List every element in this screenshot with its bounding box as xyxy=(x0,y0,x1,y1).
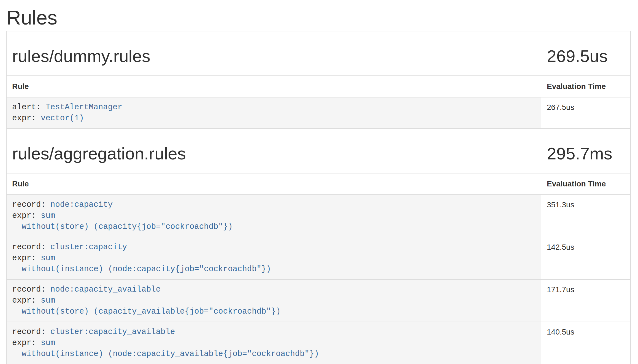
rule-name-line: record:node:capacity xyxy=(12,199,535,210)
expr-keyword: expr: xyxy=(12,114,36,123)
rule-cell: record:node:capacity_available expr:sum … xyxy=(6,279,541,322)
group-name: rules/dummy.rules xyxy=(12,47,535,66)
rule-row: record:node:capacity expr:sum without(st… xyxy=(6,195,631,237)
rule-name-line: alert:TestAlertManager xyxy=(12,102,535,113)
rule-name-link[interactable]: node:capacity xyxy=(50,200,113,209)
rule-name-line: record:cluster:capacity xyxy=(12,242,535,253)
expr-keyword: expr: xyxy=(12,211,36,220)
rule-eval-time: 267.5us xyxy=(541,97,631,129)
column-header-row: Rule Evaluation Time xyxy=(6,76,631,97)
group-eval-time-cell: 295.7ms xyxy=(541,129,631,173)
expr-keyword: expr: xyxy=(12,338,36,347)
rule-expr-link[interactable]: sum without(instance) (node:capacity_ava… xyxy=(12,338,319,358)
rule-column-header: Rule xyxy=(6,173,541,195)
rule-name-link[interactable]: cluster:capacity xyxy=(50,243,127,252)
group-eval-time-cell: 269.5us xyxy=(541,31,631,76)
group-eval-time: 295.7ms xyxy=(547,144,625,163)
rule-eval-time: 171.7us xyxy=(541,279,631,322)
rule-keyword: alert: xyxy=(12,103,41,112)
rule-name-link[interactable]: node:capacity_available xyxy=(50,285,161,294)
rule-row: record:cluster:capacity_available expr:s… xyxy=(6,322,631,364)
group-header-row: rules/dummy.rules 269.5us xyxy=(6,31,631,76)
rule-eval-time: 351.3us xyxy=(541,195,631,237)
rule-name-line: record:cluster:capacity_available xyxy=(12,327,535,338)
rule-eval-time: 142.5us xyxy=(541,237,631,279)
rule-expr-line: expr:sum without(store) (capacity{job="c… xyxy=(12,210,535,232)
group-name: rules/aggregation.rules xyxy=(12,144,535,163)
rule-expr-line: expr:sum without(instance) (node:capacit… xyxy=(12,253,535,275)
evaluation-time-column-header: Evaluation Time xyxy=(541,173,631,195)
rule-expr-link[interactable]: sum without(store) (capacity_available{j… xyxy=(12,296,281,316)
page-container: Rules rules/dummy.rules 269.5us Rule Eva… xyxy=(6,7,631,364)
rule-keyword: record: xyxy=(12,285,46,294)
group-eval-time: 269.5us xyxy=(547,47,625,66)
rule-keyword: record: xyxy=(12,200,46,209)
rule-expr-line: expr:vector(1) xyxy=(12,113,535,124)
rule-cell: record:node:capacity expr:sum without(st… xyxy=(6,195,541,237)
rule-eval-time: 140.5us xyxy=(541,322,631,364)
rule-keyword: record: xyxy=(12,327,46,336)
column-header-row: Rule Evaluation Time xyxy=(6,173,631,195)
rule-expr-link[interactable]: sum without(store) (capacity{job="cockro… xyxy=(12,211,233,231)
rule-column-header: Rule xyxy=(6,76,541,97)
rule-expr-link[interactable]: vector(1) xyxy=(41,114,84,123)
rules-table: rules/dummy.rules 269.5us Rule Evaluatio… xyxy=(6,31,631,364)
rule-expr-line: expr:sum without(store) (capacity_availa… xyxy=(12,295,535,317)
rule-row: alert:TestAlertManager expr:vector(1) 26… xyxy=(6,97,631,129)
group-header-row: rules/aggregation.rules 295.7ms xyxy=(6,129,631,173)
rule-keyword: record: xyxy=(12,243,46,252)
rule-name-line: record:node:capacity_available xyxy=(12,284,535,295)
expr-keyword: expr: xyxy=(12,296,36,305)
evaluation-time-column-header: Evaluation Time xyxy=(541,76,631,97)
rule-name-link[interactable]: cluster:capacity_available xyxy=(50,327,175,336)
expr-keyword: expr: xyxy=(12,254,36,263)
rule-expr-line: expr:sum without(instance) (node:capacit… xyxy=(12,338,535,360)
rule-name-link[interactable]: TestAlertManager xyxy=(45,103,122,112)
group-name-cell: rules/aggregation.rules xyxy=(6,129,541,173)
rule-expr-link[interactable]: sum without(instance) (node:capacity{job… xyxy=(12,254,271,274)
rule-cell: alert:TestAlertManager expr:vector(1) xyxy=(6,97,541,129)
rule-cell: record:cluster:capacity_available expr:s… xyxy=(6,322,541,364)
rule-row: record:node:capacity_available expr:sum … xyxy=(6,279,631,322)
rule-row: record:cluster:capacity expr:sum without… xyxy=(6,237,631,279)
group-name-cell: rules/dummy.rules xyxy=(6,31,541,76)
rule-cell: record:cluster:capacity expr:sum without… xyxy=(6,237,541,279)
page-title: Rules xyxy=(7,7,631,29)
